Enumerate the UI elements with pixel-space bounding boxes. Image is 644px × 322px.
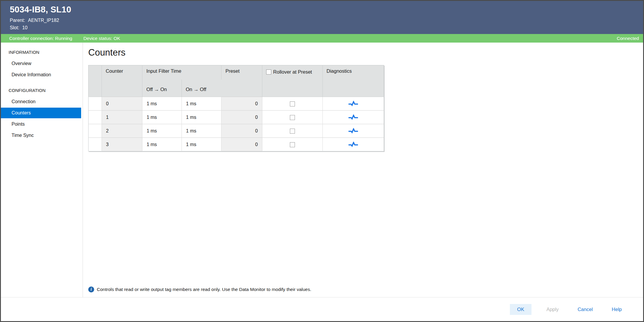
sidebar-item-overview[interactable]: Overview — [1, 58, 83, 69]
counter-cell: 1 — [102, 111, 142, 124]
slot-label: Slot: — [10, 25, 19, 30]
read-only-note: i Controls that read or write output tag… — [88, 287, 643, 292]
counter-column-header: Counter — [102, 65, 142, 97]
table-row: 0 1 ms 1 ms 0 — [89, 97, 384, 111]
on-off-cell[interactable]: 1 ms — [182, 124, 221, 138]
section-title-configuration: CONFIGURATION — [1, 85, 83, 96]
off-on-column-header: Off → On — [142, 80, 182, 97]
rollover-select-all-checkbox[interactable] — [266, 69, 271, 75]
sidebar-item-counters[interactable]: Counters — [1, 108, 81, 118]
diagnostics-icon[interactable] — [348, 128, 359, 134]
footer: OK Apply Cancel Help — [1, 297, 643, 321]
sidebar-section-configuration: CONFIGURATION Connection Counters Points… — [1, 85, 83, 141]
sidebar-item-device-information[interactable]: Device Information — [1, 69, 83, 80]
rollover-checkbox[interactable] — [290, 115, 295, 120]
counters-table: Counter Input Filter Time Preset Rollove… — [88, 65, 384, 151]
preset-column-header: Preset — [221, 65, 262, 97]
diagnostics-icon[interactable] — [348, 142, 359, 148]
parent-row: Parent: AENTR_IP182 — [10, 18, 643, 23]
ok-button[interactable]: OK — [510, 304, 532, 315]
note-text: Controls that read or write output tag m… — [97, 287, 311, 292]
on-off-cell[interactable]: 1 ms — [182, 111, 221, 124]
sidebar-item-connection[interactable]: Connection — [1, 96, 83, 107]
diagnostics-cell[interactable] — [322, 111, 384, 124]
info-icon: i — [88, 287, 94, 292]
diagnostics-icon[interactable] — [348, 114, 359, 120]
rollover-checkbox[interactable] — [290, 129, 295, 134]
titlebar: 5034-IB8, SL10 Parent: AENTR_IP182 Slot:… — [1, 1, 643, 34]
diagnostics-cell[interactable] — [322, 124, 384, 138]
on-off-cell[interactable]: 1 ms — [182, 97, 221, 111]
module-title: 5034-IB8, SL10 — [10, 5, 643, 14]
counter-cell: 0 — [102, 97, 142, 111]
row-selector-cell[interactable] — [89, 124, 102, 138]
row-selector-header — [89, 65, 102, 80]
input-filter-time-group-header: Input Filter Time — [142, 65, 221, 80]
page-title: Counters — [88, 47, 643, 58]
status-bar: Controller connection: Running Device st… — [1, 34, 643, 43]
on-off-column-header: On → Off — [182, 80, 221, 97]
device-status: Device status: OK — [83, 36, 120, 41]
diagnostics-icon[interactable] — [348, 101, 359, 107]
rollover-checkbox[interactable] — [290, 101, 295, 106]
row-selector-cell[interactable] — [89, 97, 102, 111]
slot-row: Slot: 10 — [10, 25, 643, 30]
table-row: 3 1 ms 1 ms 0 — [89, 138, 384, 151]
rollover-column-header: Rollover at Preset — [262, 65, 322, 97]
off-on-cell[interactable]: 1 ms — [142, 138, 182, 151]
module-properties-window: 5034-IB8, SL10 Parent: AENTR_IP182 Slot:… — [0, 0, 644, 322]
diagnostics-column-header: Diagnostics — [322, 65, 384, 97]
counter-cell: 2 — [102, 124, 142, 138]
main-content: Counters Counter Input Filter Time Prese… — [83, 43, 643, 297]
on-off-cell[interactable]: 1 ms — [182, 138, 221, 151]
slot-value: 10 — [22, 25, 28, 30]
rollover-header-label: Rollover at Preset — [273, 68, 312, 76]
section-title-information: INFORMATION — [1, 47, 83, 58]
counter-cell: 3 — [102, 138, 142, 151]
table-row: 1 1 ms 1 ms 0 — [89, 111, 384, 124]
sidebar-item-points[interactable]: Points — [1, 119, 83, 130]
controller-connection-status: Controller connection: Running — [9, 36, 72, 41]
sidebar: INFORMATION Overview Device Information … — [1, 43, 83, 297]
parent-label: Parent: — [10, 18, 25, 23]
blank-subheader — [89, 80, 102, 97]
diagnostics-cell[interactable] — [322, 97, 384, 111]
help-button[interactable]: Help — [608, 304, 626, 315]
parent-value: AENTR_IP182 — [28, 18, 59, 23]
off-on-cell[interactable]: 1 ms — [142, 111, 182, 124]
row-selector-cell[interactable] — [89, 138, 102, 151]
sidebar-item-time-sync[interactable]: Time Sync — [1, 130, 83, 141]
preset-cell: 0 — [221, 138, 262, 151]
table-row: 2 1 ms 1 ms 0 — [89, 124, 384, 138]
connection-state: Connected — [617, 36, 639, 41]
off-on-cell[interactable]: 1 ms — [142, 97, 182, 111]
off-on-cell[interactable]: 1 ms — [142, 124, 182, 138]
preset-cell: 0 — [221, 97, 262, 111]
row-selector-cell[interactable] — [89, 111, 102, 124]
apply-button[interactable]: Apply — [542, 304, 563, 315]
diagnostics-cell[interactable] — [322, 138, 384, 151]
preset-cell: 0 — [221, 111, 262, 124]
preset-cell: 0 — [221, 124, 262, 138]
sidebar-section-information: INFORMATION Overview Device Information — [1, 47, 83, 80]
rollover-checkbox[interactable] — [290, 142, 295, 147]
cancel-button[interactable]: Cancel — [574, 304, 597, 315]
